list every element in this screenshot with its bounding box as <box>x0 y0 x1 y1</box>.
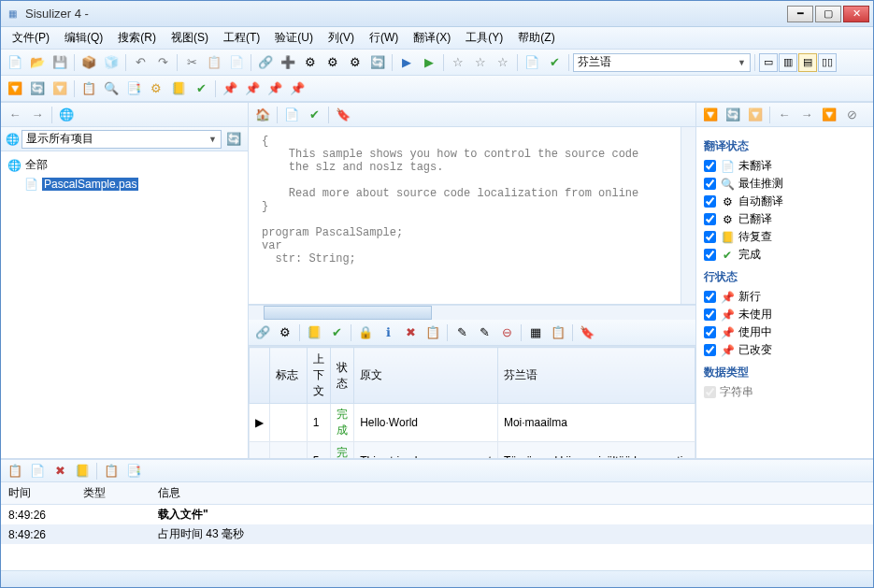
layout2-icon[interactable]: ▥ <box>779 53 797 72</box>
gear-icon[interactable]: ⚙ <box>300 52 321 73</box>
delete-icon[interactable]: ✖ <box>400 323 421 343</box>
log-table[interactable]: 时间 类型 信息 8:49:26 载入文件" 8:49:26 <box>1 482 873 570</box>
col-status[interactable]: 状态 <box>331 348 354 404</box>
log-col-info[interactable]: 信息 <box>150 482 873 505</box>
redo-icon[interactable]: ↷ <box>152 52 173 73</box>
copy-icon[interactable]: 📋 <box>204 52 224 73</box>
info-icon[interactable]: ℹ <box>378 323 398 343</box>
minimize-button[interactable]: ━ <box>787 6 813 22</box>
funnel5-icon[interactable]: 🔽 <box>819 105 839 125</box>
chk-inuse[interactable]: 📌使用中 <box>704 323 866 341</box>
checkbox[interactable] <box>704 249 716 261</box>
edit2-icon[interactable]: ✎ <box>474 323 494 343</box>
chk-changed[interactable]: 📌已改变 <box>704 341 866 359</box>
sheet2-icon[interactable]: 🔍 <box>101 79 122 99</box>
source-code[interactable]: { This sample shows you how to control t… <box>249 127 681 304</box>
cell-mark[interactable] <box>270 442 308 459</box>
tree-icon[interactable]: 🌐 <box>56 105 77 125</box>
doc2-icon[interactable]: 📄 <box>281 105 302 125</box>
home-icon[interactable]: 🏠 <box>252 105 273 125</box>
link-icon[interactable]: 🔗 <box>255 52 276 73</box>
log-row[interactable]: 8:49:26 占用时间 43 毫秒 <box>1 524 873 544</box>
cut-icon[interactable]: ✂ <box>181 52 202 73</box>
sheet4-icon[interactable]: 📋 <box>423 323 443 343</box>
cell-tgt[interactable]: Tämä·merkkijono·sisältää·kommentin <box>497 442 695 459</box>
chk-autotrans[interactable]: ⚙自动翻译 <box>704 193 866 210</box>
chk-translated[interactable]: ⚙已翻译 <box>704 210 866 228</box>
scroll-thumb[interactable] <box>264 306 432 320</box>
funnel4-icon[interactable]: 🔽 <box>745 105 766 125</box>
pin-y-icon[interactable]: 📌 <box>220 79 240 99</box>
funnel3-icon[interactable]: 🔽 <box>700 105 721 125</box>
cell-ctx[interactable]: 1 <box>307 404 330 442</box>
log-row[interactable]: 8:49:26 载入文件" <box>1 505 873 525</box>
forward2-icon[interactable]: → <box>796 105 817 125</box>
cell-mark[interactable] <box>270 404 308 442</box>
ok2-icon[interactable]: ✔ <box>326 323 347 343</box>
menu-file[interactable]: 文件(P) <box>5 27 57 49</box>
star-icon[interactable]: ☆ <box>448 52 468 73</box>
cell-ctx[interactable]: 5 <box>307 442 330 459</box>
project-tree[interactable]: 🌐 全部 📄 PascalSample.pas <box>1 151 248 458</box>
menu-column[interactable]: 列(V) <box>321 27 362 49</box>
refresh-tree-icon[interactable]: 🔄 <box>223 129 244 150</box>
ok-icon[interactable]: ✔ <box>191 79 211 99</box>
note2-icon[interactable]: 📒 <box>304 323 324 343</box>
play-green-icon[interactable]: ▶ <box>419 52 439 73</box>
menu-row[interactable]: 行(W) <box>362 27 406 49</box>
col-context[interactable]: 上下文 <box>307 348 330 404</box>
col-mark[interactable]: 标志 <box>270 348 308 404</box>
minus-icon[interactable]: ⊖ <box>496 323 517 343</box>
maximize-button[interactable]: ▢ <box>815 6 841 22</box>
language-combo[interactable]: 芬兰语 ▼ <box>573 53 751 72</box>
edit-icon[interactable]: ✎ <box>451 323 472 343</box>
sheet-icon[interactable]: 📋 <box>79 79 99 99</box>
delete2-icon[interactable]: ✖ <box>50 461 70 481</box>
funnel2-icon[interactable]: 🔽 <box>50 79 70 99</box>
star-add-icon[interactable]: ☆ <box>470 52 491 73</box>
copy2-icon[interactable]: 📋 <box>5 461 25 481</box>
check-icon[interactable]: ✔ <box>544 52 565 73</box>
menu-tools[interactable]: 工具(Y) <box>458 27 510 49</box>
menu-validate[interactable]: 验证(U) <box>267 27 321 49</box>
checkbox[interactable] <box>704 308 716 321</box>
chk-review[interactable]: 📒待复查 <box>704 228 866 246</box>
chk-unused[interactable]: 📌未使用 <box>704 306 866 323</box>
chk-new[interactable]: 📌新行 <box>704 288 866 306</box>
sheet3-icon[interactable]: 📑 <box>123 79 144 99</box>
cell-status[interactable]: 完成 <box>331 404 354 442</box>
menu-view[interactable]: 视图(S) <box>164 27 216 49</box>
menu-project[interactable]: 工程(T) <box>216 27 267 49</box>
checkbox[interactable] <box>704 160 716 172</box>
play-blue-icon[interactable]: ▶ <box>396 52 417 73</box>
tree-file[interactable]: 📄 PascalSample.pas <box>23 175 242 194</box>
layout3-icon[interactable]: ▤ <box>798 53 817 72</box>
checkbox[interactable] <box>704 213 716 225</box>
table-row[interactable]: 5 完成 This·string·has·a·comment Tämä·merk… <box>250 442 695 459</box>
menu-edit[interactable]: 编辑(Q) <box>57 27 110 49</box>
pin-g-icon[interactable]: 📌 <box>287 79 308 99</box>
chk-complete[interactable]: ✔完成 <box>704 246 866 264</box>
checkbox[interactable] <box>704 231 716 243</box>
grid-icon[interactable]: ▦ <box>525 323 546 343</box>
cell-status[interactable]: 完成 <box>331 442 354 459</box>
gear3-icon[interactable]: ⚙ <box>345 52 365 73</box>
translation-grid[interactable]: 标志 上下文 状态 原文 芬兰语 ▶ 1 完成 <box>249 346 695 458</box>
paste-icon[interactable]: 📄 <box>226 52 247 73</box>
col-source[interactable]: 原文 <box>354 348 498 404</box>
open-icon[interactable]: 📂 <box>27 52 48 73</box>
layout4-icon[interactable]: ▯▯ <box>818 53 837 72</box>
log-col-time[interactable]: 时间 <box>1 482 76 505</box>
refresh-icon[interactable]: 🔄 <box>367 52 388 73</box>
forward-icon[interactable]: → <box>27 105 48 125</box>
refresh3-icon[interactable]: 🔄 <box>723 105 743 125</box>
doc3-icon[interactable]: 📄 <box>27 461 48 481</box>
table-row[interactable]: ▶ 1 完成 Hello·World Moi·maailma <box>250 404 695 442</box>
cell-src[interactable]: Hello·World <box>354 404 498 442</box>
bookmark-icon[interactable]: 🔖 <box>333 105 353 125</box>
checkbox[interactable] <box>704 178 716 190</box>
checkbox[interactable] <box>704 291 716 303</box>
gear-y-icon[interactable]: ⚙ <box>146 79 166 99</box>
copy3-icon[interactable]: 📋 <box>101 461 122 481</box>
note-icon[interactable]: 📒 <box>168 79 189 99</box>
